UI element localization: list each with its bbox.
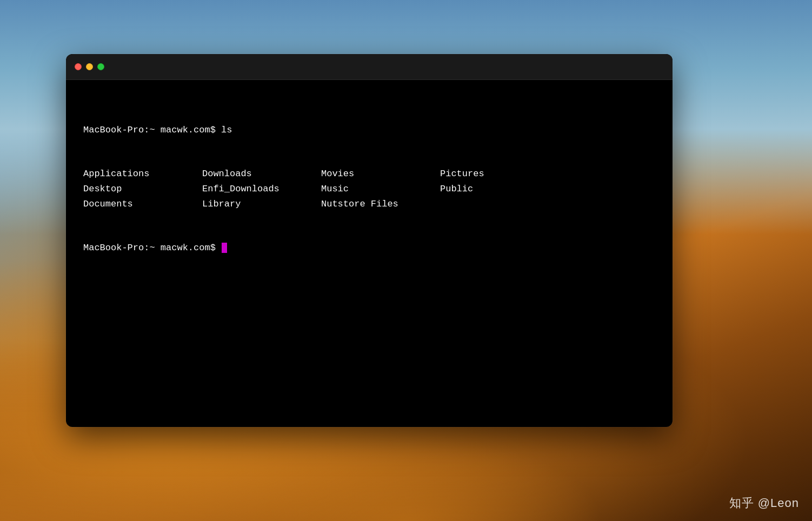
close-button[interactable]: [75, 63, 82, 70]
ls-item: Library: [202, 197, 321, 212]
ls-item: Desktop: [83, 182, 202, 197]
ls-item: Enfi_Downloads: [202, 182, 321, 197]
ls-item: Public: [440, 182, 559, 197]
ls-output: Applications Downloads Movies Pictures D…: [83, 166, 655, 212]
terminal-titlebar: [66, 54, 673, 80]
new-prompt: MacBook-Pro:~ macwk.com$: [83, 243, 221, 253]
ls-item: Downloads: [202, 166, 321, 182]
maximize-button[interactable]: [97, 63, 104, 70]
cursor: [222, 243, 227, 253]
command-line: MacBook-Pro:~ macwk.com$ ls: [83, 123, 655, 138]
terminal-content[interactable]: MacBook-Pro:~ macwk.com$ ls Applications…: [66, 80, 673, 298]
new-prompt-line: MacBook-Pro:~ macwk.com$: [83, 241, 655, 256]
ls-item: Nutstore Files: [321, 197, 440, 212]
ls-item: Movies: [321, 166, 440, 182]
command-text: ls: [221, 125, 232, 135]
minimize-button[interactable]: [86, 63, 93, 70]
ls-item: Music: [321, 182, 440, 197]
ls-item: [440, 197, 559, 212]
ls-item: Pictures: [440, 166, 559, 182]
ls-item: Applications: [83, 166, 202, 182]
terminal-window: MacBook-Pro:~ macwk.com$ ls Applications…: [66, 54, 673, 427]
ls-item: Documents: [83, 197, 202, 212]
prompt: MacBook-Pro:~ macwk.com$: [83, 125, 221, 135]
watermark: 知乎 @Leon: [729, 495, 799, 511]
